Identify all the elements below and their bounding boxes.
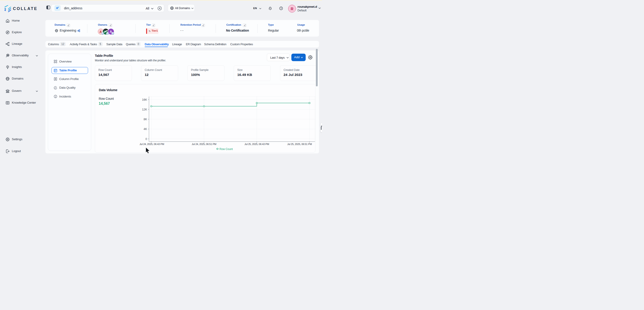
- svg-text:16K: 16K: [142, 98, 147, 101]
- svg-text:Jul 24, 2025, 06:51 PM: Jul 24, 2025, 06:51 PM: [192, 143, 216, 145]
- svg-text:Jul 25, 2025, 06:51 PM: Jul 25, 2025, 06:51 PM: [287, 143, 312, 145]
- svg-text:Row Count: Row Count: [220, 147, 233, 151]
- svg-text:8K: 8K: [144, 118, 147, 121]
- svg-text:Jul 24, 2025, 06:43 PM: Jul 24, 2025, 06:43 PM: [139, 143, 164, 145]
- svg-text:4K: 4K: [144, 127, 147, 131]
- svg-text:0: 0: [146, 137, 147, 141]
- svg-text:?: ?: [280, 7, 282, 10]
- svg-text:Jul 25, 2025, 06:43 PM: Jul 25, 2025, 06:43 PM: [244, 143, 269, 145]
- svg-text:12K: 12K: [142, 108, 147, 111]
